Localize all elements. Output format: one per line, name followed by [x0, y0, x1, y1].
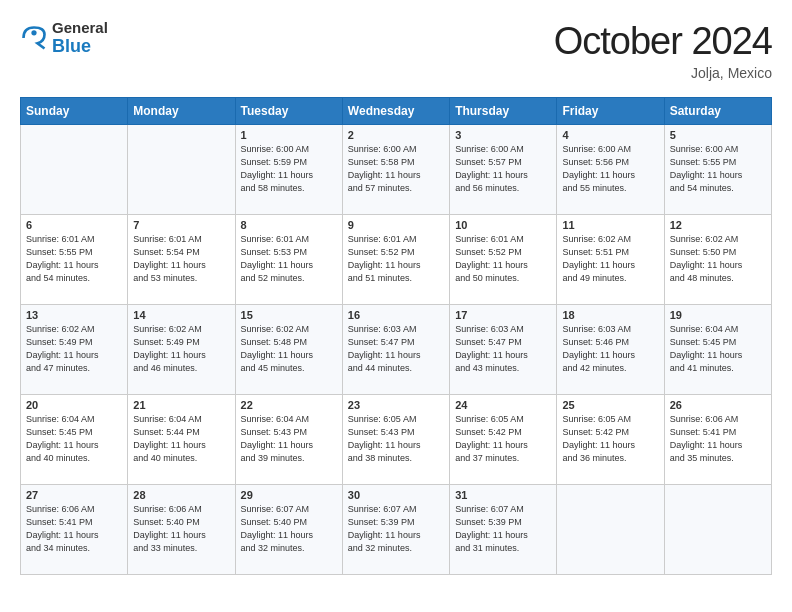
calendar-cell	[128, 125, 235, 215]
day-number: 30	[348, 489, 444, 501]
day-number: 3	[455, 129, 551, 141]
header-cell-monday: Monday	[128, 98, 235, 125]
cell-content: Sunrise: 6:01 AM Sunset: 5:52 PM Dayligh…	[348, 233, 444, 285]
calendar-cell: 26Sunrise: 6:06 AM Sunset: 5:41 PM Dayli…	[664, 395, 771, 485]
calendar-header: SundayMondayTuesdayWednesdayThursdayFrid…	[21, 98, 772, 125]
cell-content: Sunrise: 6:02 AM Sunset: 5:50 PM Dayligh…	[670, 233, 766, 285]
calendar-cell: 18Sunrise: 6:03 AM Sunset: 5:46 PM Dayli…	[557, 305, 664, 395]
cell-content: Sunrise: 6:00 AM Sunset: 5:55 PM Dayligh…	[670, 143, 766, 195]
cell-content: Sunrise: 6:07 AM Sunset: 5:40 PM Dayligh…	[241, 503, 337, 555]
calendar-cell: 21Sunrise: 6:04 AM Sunset: 5:44 PM Dayli…	[128, 395, 235, 485]
day-number: 24	[455, 399, 551, 411]
calendar-week-0: 1Sunrise: 6:00 AM Sunset: 5:59 PM Daylig…	[21, 125, 772, 215]
calendar-cell: 9Sunrise: 6:01 AM Sunset: 5:52 PM Daylig…	[342, 215, 449, 305]
header-cell-tuesday: Tuesday	[235, 98, 342, 125]
day-number: 7	[133, 219, 229, 231]
day-number: 16	[348, 309, 444, 321]
day-number: 2	[348, 129, 444, 141]
calendar-cell	[557, 485, 664, 575]
calendar-cell: 22Sunrise: 6:04 AM Sunset: 5:43 PM Dayli…	[235, 395, 342, 485]
day-number: 19	[670, 309, 766, 321]
header-cell-friday: Friday	[557, 98, 664, 125]
day-number: 27	[26, 489, 122, 501]
svg-point-0	[31, 30, 36, 35]
calendar-week-4: 27Sunrise: 6:06 AM Sunset: 5:41 PM Dayli…	[21, 485, 772, 575]
calendar-cell: 6Sunrise: 6:01 AM Sunset: 5:55 PM Daylig…	[21, 215, 128, 305]
cell-content: Sunrise: 6:05 AM Sunset: 5:43 PM Dayligh…	[348, 413, 444, 465]
calendar-cell: 14Sunrise: 6:02 AM Sunset: 5:49 PM Dayli…	[128, 305, 235, 395]
calendar-cell: 5Sunrise: 6:00 AM Sunset: 5:55 PM Daylig…	[664, 125, 771, 215]
cell-content: Sunrise: 6:02 AM Sunset: 5:51 PM Dayligh…	[562, 233, 658, 285]
day-number: 5	[670, 129, 766, 141]
cell-content: Sunrise: 6:06 AM Sunset: 5:41 PM Dayligh…	[670, 413, 766, 465]
cell-content: Sunrise: 6:01 AM Sunset: 5:55 PM Dayligh…	[26, 233, 122, 285]
header-cell-saturday: Saturday	[664, 98, 771, 125]
calendar-cell: 10Sunrise: 6:01 AM Sunset: 5:52 PM Dayli…	[450, 215, 557, 305]
calendar-cell: 2Sunrise: 6:00 AM Sunset: 5:58 PM Daylig…	[342, 125, 449, 215]
calendar-cell: 12Sunrise: 6:02 AM Sunset: 5:50 PM Dayli…	[664, 215, 771, 305]
calendar-cell: 16Sunrise: 6:03 AM Sunset: 5:47 PM Dayli…	[342, 305, 449, 395]
day-number: 28	[133, 489, 229, 501]
day-number: 12	[670, 219, 766, 231]
calendar-cell: 15Sunrise: 6:02 AM Sunset: 5:48 PM Dayli…	[235, 305, 342, 395]
cell-content: Sunrise: 6:04 AM Sunset: 5:44 PM Dayligh…	[133, 413, 229, 465]
cell-content: Sunrise: 6:00 AM Sunset: 5:59 PM Dayligh…	[241, 143, 337, 195]
cell-content: Sunrise: 6:02 AM Sunset: 5:49 PM Dayligh…	[26, 323, 122, 375]
calendar-week-3: 20Sunrise: 6:04 AM Sunset: 5:45 PM Dayli…	[21, 395, 772, 485]
calendar-week-2: 13Sunrise: 6:02 AM Sunset: 5:49 PM Dayli…	[21, 305, 772, 395]
calendar-cell: 31Sunrise: 6:07 AM Sunset: 5:39 PM Dayli…	[450, 485, 557, 575]
cell-content: Sunrise: 6:00 AM Sunset: 5:58 PM Dayligh…	[348, 143, 444, 195]
cell-content: Sunrise: 6:03 AM Sunset: 5:47 PM Dayligh…	[455, 323, 551, 375]
cell-content: Sunrise: 6:00 AM Sunset: 5:56 PM Dayligh…	[562, 143, 658, 195]
cell-content: Sunrise: 6:02 AM Sunset: 5:49 PM Dayligh…	[133, 323, 229, 375]
header-cell-thursday: Thursday	[450, 98, 557, 125]
page-header: General Blue October 2024 Jolja, Mexico	[20, 20, 772, 81]
cell-content: Sunrise: 6:00 AM Sunset: 5:57 PM Dayligh…	[455, 143, 551, 195]
day-number: 9	[348, 219, 444, 231]
day-number: 26	[670, 399, 766, 411]
day-number: 20	[26, 399, 122, 411]
calendar-week-1: 6Sunrise: 6:01 AM Sunset: 5:55 PM Daylig…	[21, 215, 772, 305]
calendar-cell: 13Sunrise: 6:02 AM Sunset: 5:49 PM Dayli…	[21, 305, 128, 395]
calendar-cell: 19Sunrise: 6:04 AM Sunset: 5:45 PM Dayli…	[664, 305, 771, 395]
calendar-cell: 4Sunrise: 6:00 AM Sunset: 5:56 PM Daylig…	[557, 125, 664, 215]
day-number: 25	[562, 399, 658, 411]
cell-content: Sunrise: 6:04 AM Sunset: 5:45 PM Dayligh…	[670, 323, 766, 375]
cell-content: Sunrise: 6:03 AM Sunset: 5:47 PM Dayligh…	[348, 323, 444, 375]
cell-content: Sunrise: 6:06 AM Sunset: 5:40 PM Dayligh…	[133, 503, 229, 555]
header-cell-wednesday: Wednesday	[342, 98, 449, 125]
calendar-cell: 17Sunrise: 6:03 AM Sunset: 5:47 PM Dayli…	[450, 305, 557, 395]
logo-general: General	[52, 20, 108, 37]
day-number: 14	[133, 309, 229, 321]
calendar-cell: 29Sunrise: 6:07 AM Sunset: 5:40 PM Dayli…	[235, 485, 342, 575]
day-number: 22	[241, 399, 337, 411]
day-number: 18	[562, 309, 658, 321]
title-block: October 2024 Jolja, Mexico	[554, 20, 772, 81]
calendar-cell: 30Sunrise: 6:07 AM Sunset: 5:39 PM Dayli…	[342, 485, 449, 575]
day-number: 1	[241, 129, 337, 141]
logo-text: General Blue	[52, 20, 108, 56]
header-row: SundayMondayTuesdayWednesdayThursdayFrid…	[21, 98, 772, 125]
cell-content: Sunrise: 6:01 AM Sunset: 5:53 PM Dayligh…	[241, 233, 337, 285]
calendar-cell: 11Sunrise: 6:02 AM Sunset: 5:51 PM Dayli…	[557, 215, 664, 305]
calendar-table: SundayMondayTuesdayWednesdayThursdayFrid…	[20, 97, 772, 575]
day-number: 10	[455, 219, 551, 231]
cell-content: Sunrise: 6:01 AM Sunset: 5:54 PM Dayligh…	[133, 233, 229, 285]
day-number: 8	[241, 219, 337, 231]
calendar-cell	[664, 485, 771, 575]
cell-content: Sunrise: 6:05 AM Sunset: 5:42 PM Dayligh…	[562, 413, 658, 465]
calendar-cell: 28Sunrise: 6:06 AM Sunset: 5:40 PM Dayli…	[128, 485, 235, 575]
day-number: 21	[133, 399, 229, 411]
cell-content: Sunrise: 6:07 AM Sunset: 5:39 PM Dayligh…	[455, 503, 551, 555]
cell-content: Sunrise: 6:04 AM Sunset: 5:43 PM Dayligh…	[241, 413, 337, 465]
cell-content: Sunrise: 6:05 AM Sunset: 5:42 PM Dayligh…	[455, 413, 551, 465]
month-title: October 2024	[554, 20, 772, 63]
logo: General Blue	[20, 20, 108, 56]
calendar-cell: 1Sunrise: 6:00 AM Sunset: 5:59 PM Daylig…	[235, 125, 342, 215]
calendar-cell: 3Sunrise: 6:00 AM Sunset: 5:57 PM Daylig…	[450, 125, 557, 215]
logo-blue: Blue	[52, 37, 108, 57]
day-number: 6	[26, 219, 122, 231]
cell-content: Sunrise: 6:03 AM Sunset: 5:46 PM Dayligh…	[562, 323, 658, 375]
calendar-cell	[21, 125, 128, 215]
location: Jolja, Mexico	[554, 65, 772, 81]
